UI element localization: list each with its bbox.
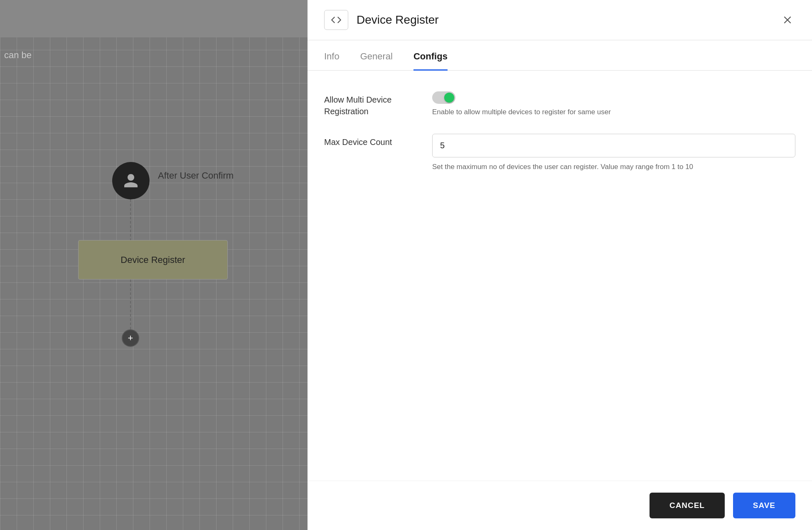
panel-header: Device Register [308, 0, 812, 40]
toggle-knob [444, 93, 454, 103]
after-user-label: After User Confirm [158, 170, 234, 181]
code-icon [331, 15, 342, 25]
toggle-wrapper [432, 91, 795, 104]
panel-title: Device Register [357, 13, 771, 27]
max-device-hint: Set the maximum no of devices the user c… [432, 162, 795, 172]
multi-device-control: Enable to allow multiple devices to regi… [432, 91, 795, 116]
connector-line-bottom [130, 280, 131, 329]
cancel-button[interactable]: CANCEL [650, 493, 725, 518]
tab-info[interactable]: Info [324, 40, 340, 71]
code-icon-button[interactable] [324, 10, 348, 30]
add-node-button[interactable]: + [122, 329, 139, 347]
close-icon [782, 14, 793, 26]
device-register-node[interactable]: Device Register [78, 240, 228, 280]
panel-footer: CANCEL SAVE [308, 481, 812, 530]
tab-general[interactable]: General [360, 40, 393, 71]
canvas-panel: can be After User Confirm Device Registe… [0, 0, 308, 530]
close-button[interactable] [780, 12, 795, 28]
max-device-row: Max Device Count Set the maximum no of d… [324, 134, 795, 172]
multi-device-hint: Enable to allow multiple devices to regi… [432, 108, 795, 116]
user-node [112, 162, 150, 199]
user-circle [112, 162, 150, 199]
connector-line-top [130, 199, 131, 241]
save-button[interactable]: SAVE [733, 493, 795, 518]
multi-device-toggle[interactable] [432, 91, 455, 104]
max-device-label: Max Device Count [324, 134, 416, 148]
detail-panel: Device Register Info General Configs All… [308, 0, 812, 530]
device-register-node-label: Device Register [121, 255, 185, 265]
top-bar [0, 0, 308, 37]
max-device-control: Set the maximum no of devices the user c… [432, 134, 795, 172]
user-icon [123, 172, 139, 189]
multi-device-label: Allow Multi DeviceRegistration [324, 91, 416, 117]
tabs-bar: Info General Configs [308, 40, 812, 71]
panel-content: Allow Multi DeviceRegistration Enable to… [308, 71, 812, 481]
max-device-input[interactable] [432, 134, 795, 157]
tab-configs[interactable]: Configs [413, 40, 448, 71]
can-be-text: can be [4, 50, 32, 61]
multi-device-row: Allow Multi DeviceRegistration Enable to… [324, 91, 795, 117]
